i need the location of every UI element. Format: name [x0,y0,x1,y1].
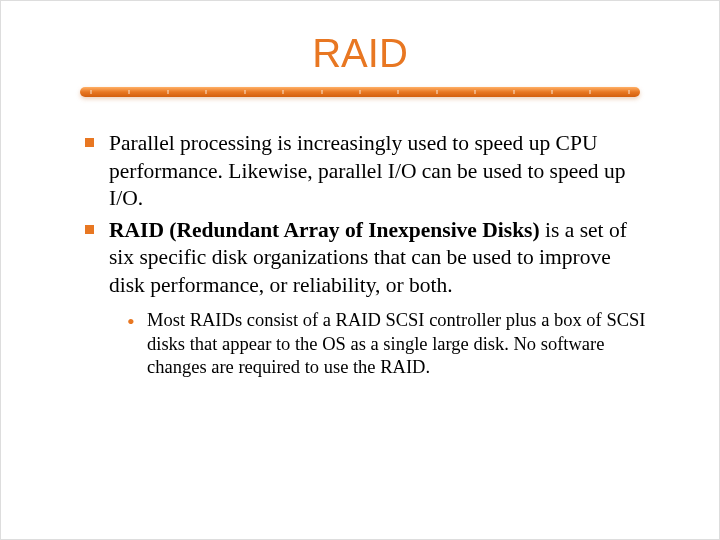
slide-content: Parallel processing is increasingly used… [61,130,659,380]
main-bullet-list: Parallel processing is increasingly used… [81,130,649,380]
bullet-item: Parallel processing is increasingly used… [81,130,649,213]
slide: RAID Parallel processing is increasingly… [0,0,720,540]
sub-bullet-list: Most RAIDs consist of a RAID SCSI contro… [125,309,649,380]
sub-bullet-item: Most RAIDs consist of a RAID SCSI contro… [125,309,649,380]
title-ornament [80,84,640,102]
ornament-bar [80,87,640,97]
bullet-strong-text: RAID (Redundant Array of Inexpensive Dis… [109,218,540,242]
slide-title: RAID [61,31,659,76]
sub-bullet-text: Most RAIDs consist of a RAID SCSI contro… [147,310,645,377]
bullet-item: RAID (Redundant Array of Inexpensive Dis… [81,217,649,381]
bullet-text: Parallel processing is increasingly used… [109,131,625,210]
